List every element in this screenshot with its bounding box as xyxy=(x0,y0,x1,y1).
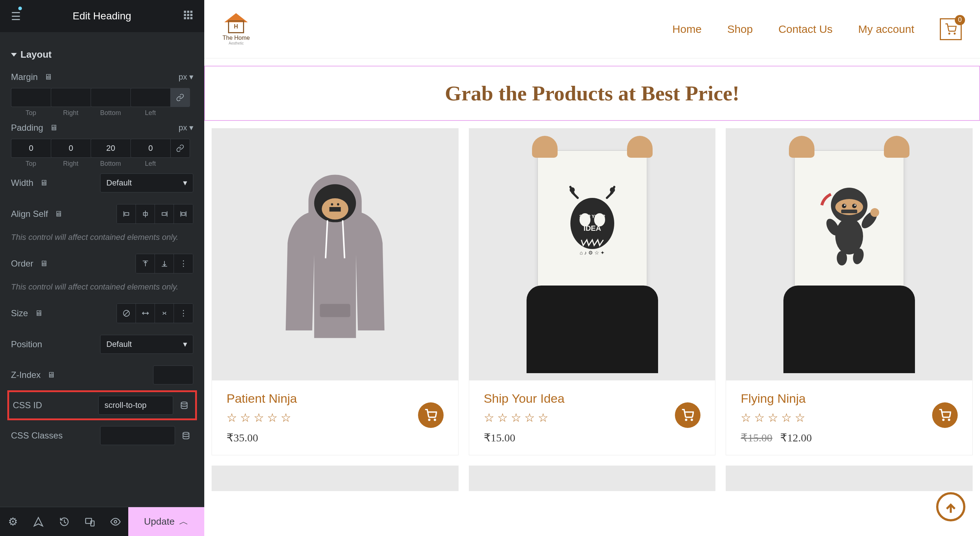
preview-canvas[interactable]: H The Home Aesthetic Home Shop Contact U… xyxy=(204,0,980,536)
padding-right-input[interactable] xyxy=(51,139,91,158)
responsive-icon[interactable]: 🖥 xyxy=(50,123,58,133)
hero-section[interactable]: Grab the Products at Best Price! xyxy=(204,66,980,121)
svg-line-28 xyxy=(64,522,66,523)
nav-home[interactable]: Home xyxy=(672,23,702,35)
order-start-button[interactable] xyxy=(136,254,155,273)
css-id-input[interactable] xyxy=(98,396,173,415)
nav-account[interactable]: My account xyxy=(858,23,914,35)
svg-rect-7 xyxy=(187,17,189,19)
add-to-cart-button[interactable] xyxy=(675,402,700,428)
align-hint: This control will affect contained eleme… xyxy=(11,230,193,248)
svg-text:⌂ ♪ ⚙ ☆ ✦: ⌂ ♪ ⚙ ☆ ✦ xyxy=(579,250,605,255)
svg-point-44 xyxy=(570,187,575,192)
caret-down-icon xyxy=(11,53,17,57)
svg-rect-4 xyxy=(187,14,189,16)
control-width: Width 🖥 Default ▾ xyxy=(11,168,193,198)
sidebar-footer: ⚙ Update ︿ xyxy=(0,507,204,536)
products-row: Patient Ninja ☆☆☆☆☆ ₹35.00 xyxy=(204,128,980,455)
update-button[interactable]: Update ︿ xyxy=(128,507,204,536)
z-index-input[interactable] xyxy=(153,365,193,384)
svg-rect-14 xyxy=(162,212,166,215)
padding-label: Padding xyxy=(11,123,43,133)
position-select[interactable]: Default ▾ xyxy=(100,335,193,354)
margin-bottom-input[interactable] xyxy=(91,88,130,107)
svg-text:IDEA: IDEA xyxy=(584,224,601,232)
svg-rect-0 xyxy=(184,11,186,13)
svg-point-33 xyxy=(954,33,955,34)
responsive-icon[interactable]: 🖥 xyxy=(40,178,48,188)
margin-top-input[interactable] xyxy=(11,88,51,107)
padding-link-toggle[interactable] xyxy=(170,139,190,158)
navigator-icon[interactable] xyxy=(25,507,51,536)
dynamic-tags-icon[interactable] xyxy=(177,398,191,412)
margin-left-input[interactable] xyxy=(130,88,170,107)
product-card[interactable]: Sale! xyxy=(726,128,973,455)
product-title[interactable]: Patient Ninja xyxy=(226,392,444,406)
svg-point-57 xyxy=(852,204,856,208)
cart-button[interactable]: 0 xyxy=(940,18,962,40)
section-layout[interactable]: Layout xyxy=(11,43,193,66)
order-end-button[interactable] xyxy=(155,254,174,273)
padding-unit-select[interactable]: px ▾ xyxy=(179,123,193,133)
product-card[interactable]: SHIP YOUR IDEA ⌂ ♪ ⚙ ☆ ✦ Ship Your Idea … xyxy=(469,128,716,455)
responsive-icon[interactable]: 🖥 xyxy=(40,259,48,268)
nav-shop[interactable]: Shop xyxy=(727,23,753,35)
svg-point-38 xyxy=(337,203,339,206)
chevron-up-icon: ︿ xyxy=(179,515,189,528)
css-classes-input[interactable] xyxy=(100,426,175,445)
menu-icon[interactable]: ☰ xyxy=(11,10,21,23)
product-title[interactable]: Flying Ninja xyxy=(741,392,958,406)
rating-stars[interactable]: ☆☆☆☆☆ xyxy=(226,411,444,425)
responsive-icon[interactable]: 🖥 xyxy=(47,370,55,380)
product-price: ₹35.00 xyxy=(226,431,444,444)
panel-title: Edit Heading xyxy=(21,10,183,22)
nav-contact[interactable]: Contact Us xyxy=(778,23,832,35)
padding-left-input[interactable] xyxy=(130,139,170,158)
svg-point-52 xyxy=(686,419,687,420)
product-card[interactable] xyxy=(469,466,716,491)
margin-right-input[interactable] xyxy=(51,88,91,107)
align-center-button[interactable] xyxy=(136,205,155,224)
apps-icon[interactable] xyxy=(183,10,193,23)
scroll-to-top-button[interactable] xyxy=(936,492,966,522)
product-card[interactable] xyxy=(212,466,458,491)
add-to-cart-button[interactable] xyxy=(418,402,444,428)
rating-stars[interactable]: ☆☆☆☆☆ xyxy=(484,411,701,425)
site-logo[interactable]: H The Home Aesthetic xyxy=(223,13,250,45)
settings-icon[interactable]: ⚙ xyxy=(0,507,25,536)
size-none-button[interactable] xyxy=(117,304,136,323)
svg-rect-1 xyxy=(187,11,189,13)
preview-icon[interactable] xyxy=(103,507,128,536)
add-to-cart-button[interactable] xyxy=(932,402,958,428)
svg-point-37 xyxy=(331,203,333,206)
order-more-button[interactable]: ⋮ xyxy=(174,254,193,273)
responsive-mode-icon[interactable] xyxy=(77,507,103,536)
product-title[interactable]: Ship Your Idea xyxy=(484,392,701,406)
margin-link-toggle[interactable] xyxy=(170,88,190,107)
align-end-button[interactable] xyxy=(155,205,174,224)
padding-bottom-input[interactable] xyxy=(91,139,130,158)
responsive-icon[interactable]: 🖥 xyxy=(54,209,62,219)
product-card[interactable] xyxy=(726,466,973,491)
svg-point-65 xyxy=(837,251,847,265)
align-start-button[interactable] xyxy=(117,205,136,224)
svg-point-31 xyxy=(114,520,116,523)
product-card[interactable]: Patient Ninja ☆☆☆☆☆ ₹35.00 xyxy=(212,128,458,455)
responsive-icon[interactable]: 🖥 xyxy=(35,309,43,318)
svg-text:SHIP YOUR: SHIP YOUR xyxy=(579,214,606,219)
size-shrink-button[interactable] xyxy=(155,304,174,323)
width-select[interactable]: Default ▾ xyxy=(100,173,193,192)
dynamic-tags-icon[interactable] xyxy=(179,428,193,443)
responsive-icon[interactable]: 🖥 xyxy=(44,72,52,82)
size-grow-button[interactable] xyxy=(136,304,155,323)
svg-point-53 xyxy=(691,419,692,420)
rating-stars[interactable]: ☆☆☆☆☆ xyxy=(741,411,958,425)
padding-top-input[interactable] xyxy=(11,139,51,158)
align-stretch-button[interactable] xyxy=(174,205,193,224)
svg-point-43 xyxy=(434,419,436,420)
history-icon[interactable] xyxy=(51,507,77,536)
svg-point-42 xyxy=(429,419,430,420)
align-self-group xyxy=(116,204,193,224)
size-more-button[interactable]: ⋮ xyxy=(174,304,193,323)
margin-unit-select[interactable]: px ▾ xyxy=(179,72,193,82)
